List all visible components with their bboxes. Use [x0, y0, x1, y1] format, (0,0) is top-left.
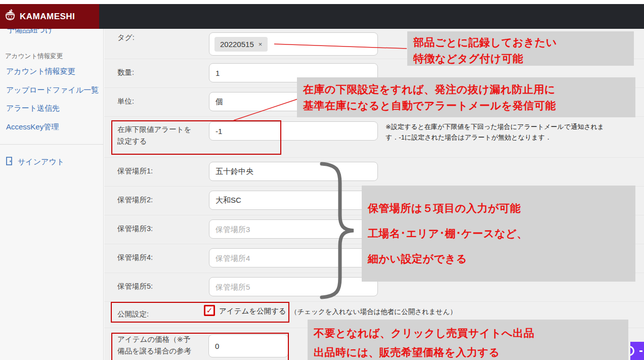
signout-button[interactable]: サインアウト — [6, 157, 64, 167]
stock-alert-highlight-box — [111, 120, 281, 155]
storage3-input[interactable] — [209, 219, 378, 239]
kamameshi-pot-icon — [4, 9, 16, 24]
field-label-quantity: 数量: — [117, 68, 134, 77]
page: 予備品紐づけ アカウント情報変更 アカウント情報変更 アップロードファイル一覧 … — [0, 0, 644, 360]
tag-chip[interactable]: 20220515 × — [214, 37, 268, 52]
signout-door-icon — [6, 157, 14, 167]
annotation-alert-note: 在庫の下限設定をすれば、発注の抜け漏れ防止用に 基準在庫になると自動でアラートメ… — [297, 77, 635, 117]
sidebar: 予備品紐づけ アカウント情報変更 アカウント情報変更 アップロードファイル一覧 … — [0, 4, 104, 360]
sidebar-item-account-info[interactable]: アカウント情報変更 — [6, 67, 75, 76]
sidebar-item-accesskey[interactable]: AccessKey管理 — [6, 122, 59, 132]
field-label-unit: 単位: — [117, 97, 134, 106]
annotation-storage-note: 保管場所は５項目の入力が可能 工場名･エリア･棚･ケースなど、 細かい設定ができ… — [362, 186, 635, 282]
recorder-dash-icon — [639, 350, 642, 352]
storage1-input[interactable] — [209, 162, 378, 181]
signout-label: サインアウト — [18, 157, 64, 167]
sidebar-item-upload-files[interactable]: アップロードファイル一覧 — [6, 85, 99, 95]
field-label-storage2: 保管場所2: — [117, 195, 153, 205]
publish-note: （チェックを入れない場合は他者に公開されません） — [290, 307, 457, 317]
tag-input[interactable]: 20220515 × — [209, 32, 378, 56]
field-label-storage5: 保管場所5: — [117, 282, 153, 291]
sidebar-item-alert-destination[interactable]: アラート送信先 — [6, 104, 60, 113]
top-navbar — [99, 4, 644, 29]
tag-remove-icon[interactable]: × — [259, 40, 263, 48]
screen-recorder-widget[interactable] — [630, 342, 644, 360]
recorder-ring-icon — [630, 346, 634, 356]
sidebar-divider — [0, 144, 104, 145]
annotation-tag-note: 部品ごとに記録しておきたい 特徴などタグ付け可能 — [407, 31, 634, 66]
storage2-input[interactable] — [209, 191, 378, 210]
field-label-storage3: 保管場所3: — [117, 224, 153, 234]
brand-name: KAMAMESHI — [20, 12, 75, 22]
field-label-storage4: 保管場所4: — [117, 253, 153, 262]
price-highlight-box — [111, 333, 289, 360]
stock-alert-note-line1: ※設定すると在庫が下限値を下回った場合にアラートメールで通知されま — [385, 121, 604, 132]
brand-header[interactable]: KAMAMESHI — [0, 4, 99, 29]
publish-highlight-box — [111, 302, 289, 323]
field-label-storage1: 保管場所1: — [117, 166, 153, 176]
storage5-input[interactable] — [209, 277, 378, 296]
field-label-tag: タグ: — [117, 33, 135, 42]
annotation-sell-note: 不要となれば、クリックし売買サイトへ出品 出品時には、販売希望価格を入力する — [308, 320, 628, 360]
top-strip — [0, 0, 644, 4]
tag-chip-text: 20220515 — [220, 40, 254, 49]
sidebar-section-header: アカウント情報変更 — [5, 52, 63, 61]
stock-alert-note-line2: す．-1に設定された場合はアラートが無効となります． — [385, 132, 551, 143]
storage4-input[interactable] — [209, 248, 378, 267]
